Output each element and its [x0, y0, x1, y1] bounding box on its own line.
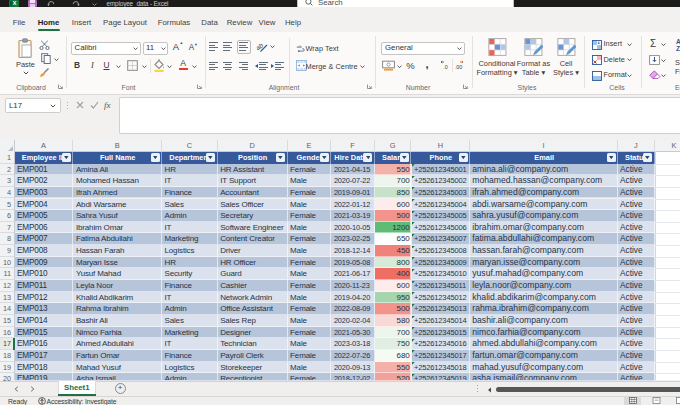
svg-text:ab: ab	[296, 44, 301, 49]
